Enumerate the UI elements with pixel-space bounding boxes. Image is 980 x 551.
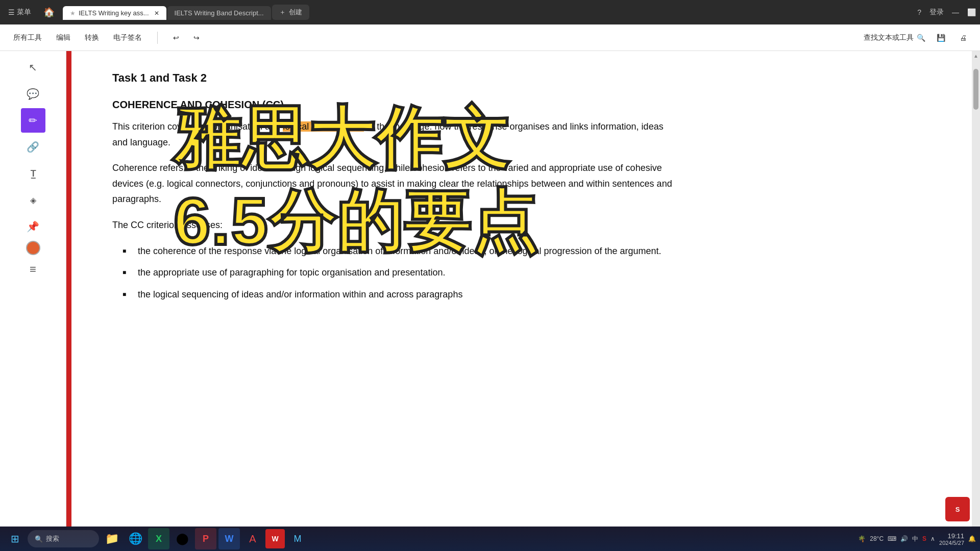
paragraph-1: This criterion covers the organisation a… <box>112 119 674 150</box>
taskbar-sohu-tray: S <box>922 535 926 542</box>
highlighted-text-hips: nships between and <box>502 179 583 189</box>
maximize-button[interactable]: ⬜ <box>967 8 976 16</box>
all-tools-button[interactable]: 所有工具 <box>10 31 45 44</box>
login-button[interactable]: 登录 <box>929 8 944 17</box>
taskbar-right: 🌴 28°C ⌨ 🔊 中 S ∧ 19:11 2024/5/27 🔔 <box>858 532 976 546</box>
bullet-list: the coherence of the response via the lo… <box>112 243 674 303</box>
taskbar-input-icon: ⌨ <box>888 535 896 542</box>
sidebar: ↖ 💬 ✏ 🔗 T̲ ◈ 📌 ≡ <box>0 51 66 551</box>
taskbar-chrome[interactable]: ⬤ <box>172 528 193 549</box>
bullet-item-3: the logical sequencing of ideas and/or i… <box>122 287 674 303</box>
save-button[interactable]: 💾 <box>934 32 948 44</box>
help-button[interactable]: ? <box>917 8 921 16</box>
taskbar-edge[interactable]: 🌐 <box>125 528 146 549</box>
minimize-button[interactable]: — <box>952 8 959 16</box>
paragraph-2: Coherence refers to the linking of ideas… <box>112 160 674 207</box>
print-button[interactable]: 🖨 <box>957 32 970 44</box>
link-tool[interactable]: 🔗 <box>21 135 45 159</box>
taskbar-search-label: 搜索 <box>46 534 59 543</box>
tab-1[interactable]: ★ IELTS Writing key ass... ✕ <box>63 6 166 20</box>
main-layout: ↖ 💬 ✏ 🔗 T̲ ◈ 📌 ≡ 雅思大作文 6.5分的要点 Task 1 an… <box>0 51 980 551</box>
menu-label: 菜单 <box>17 8 31 17</box>
stamp-tool[interactable]: ◈ <box>21 188 45 212</box>
search-tool-label: 查找文本或工具 <box>864 33 914 42</box>
taskbar-search[interactable]: 🔍 搜索 <box>28 530 99 547</box>
search-icon: 🔍 <box>917 34 925 42</box>
undo-button[interactable]: ↩ <box>170 32 182 44</box>
document-area: 雅思大作文 6.5分的要点 Task 1 and Task 2 COHERENC… <box>71 51 972 551</box>
redo-button[interactable]: ↪ <box>190 32 203 44</box>
search-tool-button[interactable]: 查找文本或工具 🔍 <box>864 33 925 42</box>
paragraph-1-highlight: logical development <box>283 121 364 132</box>
taskbar-expand-tray[interactable]: ∧ <box>930 535 935 542</box>
taskbar-temperature: 28°C <box>870 535 884 542</box>
taskbar-file-explorer[interactable]: 📁 <box>101 528 122 549</box>
new-tab-label: 创建 <box>289 8 302 17</box>
taskbar-volume-icon: 🔊 <box>900 535 908 542</box>
home-button[interactable]: 🏠 <box>39 5 59 20</box>
document-content: Task 1 and Task 2 COHERENCE AND COHESION… <box>112 71 674 302</box>
color-picker[interactable] <box>26 241 40 255</box>
section-heading-cc: COHERENCE AND COHESION (CC) <box>112 99 674 111</box>
taskbar-search-icon: 🔍 <box>35 535 43 543</box>
highlight-tool[interactable]: ✏ <box>21 108 45 133</box>
paragraph-1-text-before: This criterion covers the organisation a… <box>112 121 280 132</box>
sohu-icon: S <box>945 497 970 521</box>
taskbar-wps[interactable]: W <box>265 529 285 548</box>
browser-right-buttons: ? 登录 — ⬜ <box>917 8 976 17</box>
taskbar-excel[interactable]: X <box>148 528 169 549</box>
pin-tool[interactable]: 📌 <box>21 214 45 239</box>
browser-menu-button[interactable]: ☰ 菜单 <box>4 6 35 19</box>
star-icon: ★ <box>70 10 76 17</box>
document-title: Task 1 and Task 2 <box>112 71 674 85</box>
start-button[interactable]: ⊞ <box>4 528 26 549</box>
toolbar: 所有工具 编辑 转换 电子签名 ↩ ↪ 查找文本或工具 🔍 💾 🖨 <box>0 24 980 51</box>
esign-button[interactable]: 电子签名 <box>110 31 145 44</box>
taskbar-wps-meeting[interactable]: M <box>287 528 308 549</box>
paragraph-3: The CC criterion assesses: <box>112 217 674 233</box>
bullet-item-1: the coherence of the response via the lo… <box>122 243 674 259</box>
edit-button[interactable]: 编辑 <box>53 31 74 44</box>
taskbar-date: 2024/5/27 <box>939 540 964 546</box>
new-tab-button[interactable]: ＋ 创建 <box>272 5 309 20</box>
select-tool[interactable]: ↖ <box>21 55 45 80</box>
scroll-up-arrow[interactable]: ▲ <box>973 53 978 59</box>
taskbar-powerpoint[interactable]: P <box>195 528 216 549</box>
taskbar-word[interactable]: W <box>218 528 240 549</box>
toolbar-right: 查找文本或工具 🔍 💾 🖨 <box>864 32 970 44</box>
text-tool[interactable]: T̲ <box>21 161 45 186</box>
tab-2-label: IELTS Writing Band Descript... <box>175 9 264 17</box>
bullet-item-2: the appropriate use of paragraphing for … <box>122 265 674 281</box>
taskbar-input-method: 中 <box>912 535 918 543</box>
toolbar-main-group: 所有工具 编辑 转换 电子签名 <box>10 31 145 44</box>
scrollbar[interactable]: ▲ <box>972 51 980 551</box>
toolbar-divider <box>157 32 158 44</box>
taskbar-time: 19:11 <box>939 532 964 540</box>
hamburger-icon: ☰ <box>8 8 15 16</box>
convert-button[interactable]: 转换 <box>82 31 102 44</box>
tab-1-close[interactable]: ✕ <box>154 10 159 17</box>
plus-icon: ＋ <box>279 8 286 17</box>
taskbar: ⊞ 🔍 搜索 📁 🌐 X ⬤ P W A W M 🌴 28°C ⌨ 🔊 中 S … <box>0 527 980 551</box>
taskbar-notification-button[interactable]: 🔔 <box>968 535 976 542</box>
windows-logo-icon: ⊞ <box>11 533 19 545</box>
browser-chrome: ☰ 菜单 🏠 ★ IELTS Writing key ass... ✕ IELT… <box>0 0 980 24</box>
taskbar-weather-icon: 🌴 <box>858 535 866 542</box>
tab-2[interactable]: IELTS Writing Band Descript... <box>167 6 271 20</box>
taskbar-clock: 19:11 2024/5/27 <box>939 532 964 546</box>
tabs-area: ★ IELTS Writing key ass... ✕ IELTS Writi… <box>63 5 913 20</box>
taskbar-acrobat[interactable]: A <box>242 528 263 549</box>
red-accent-bar <box>66 51 71 551</box>
scrollbar-thumb[interactable] <box>973 69 978 110</box>
comment-tool[interactable]: 💬 <box>21 82 45 106</box>
tab-1-label: IELTS Writing key ass... <box>79 9 149 17</box>
menu-tool[interactable]: ≡ <box>21 257 45 282</box>
history-group: ↩ ↪ <box>170 32 203 44</box>
